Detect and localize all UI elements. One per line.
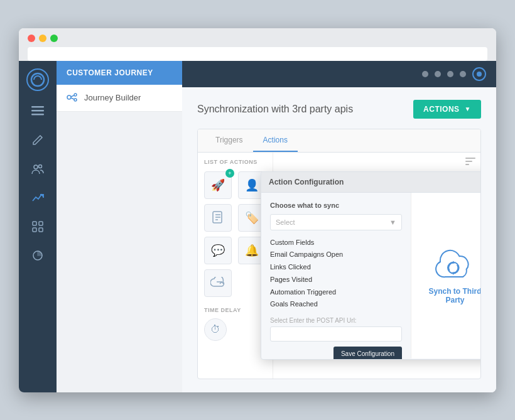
svg-point-13 [74, 99, 77, 101]
app-window: CUSTOMER JOURNEY Journey Builder [19, 61, 496, 392]
action-rocket-icon: 🚀 [211, 178, 225, 192]
sidebar-menu-icon[interactable] [29, 102, 46, 120]
browser-window: CUSTOMER JOURNEY Journey Builder [19, 28, 496, 392]
action-user-icon: 👤 [245, 178, 259, 192]
action-items-grid: 🚀 + 👤 [204, 171, 266, 297]
top-bar-dot-2 [435, 71, 441, 77]
journey-builder-item[interactable]: Journey Builder [57, 85, 182, 112]
action-person-tag-icon: 🏷️ [245, 211, 259, 225]
modal-url-input[interactable] [270, 326, 402, 342]
close-button[interactable] [28, 35, 35, 42]
sync-label: Synch to Third Party [420, 287, 481, 304]
content-area: Synchronization with 3rd party apis ACTI… [182, 87, 496, 392]
svg-rect-17 [465, 161, 472, 162]
action-doc-icon [210, 210, 225, 225]
action-config-modal: Action Configuration ✕ Choose what to sy… [261, 171, 481, 360]
top-bar [182, 61, 496, 87]
panel-tabs: Triggers Actions [198, 129, 480, 153]
sidebar-chart-icon[interactable] [29, 189, 46, 207]
sidebar-pie-icon[interactable] [29, 247, 46, 264]
actions-arrow-icon: ▼ [465, 105, 471, 112]
journey-builder-icon [67, 92, 78, 104]
modal-right-panel: Synch to Third Party [411, 193, 481, 358]
panel: Triggers Actions [197, 129, 481, 379]
sidebar-grid-icon[interactable] [29, 218, 46, 235]
time-delay-section: TIME DELAY ⏱ [204, 307, 266, 341]
actions-tab[interactable]: Actions [253, 129, 298, 152]
svg-rect-7 [39, 222, 43, 225]
sync-option-5[interactable]: Automation Triggered [270, 286, 402, 299]
svg-rect-18 [465, 164, 469, 165]
sidebar-users-icon[interactable] [29, 160, 46, 178]
svg-rect-3 [31, 114, 44, 116]
modal-subtitle: Choose what to sync [270, 202, 402, 209]
top-bar-dot-3 [447, 71, 453, 77]
top-bar-dot-4 [460, 71, 466, 77]
sort-icon[interactable] [465, 158, 475, 168]
action-item-badge-1: + [225, 169, 234, 178]
svg-rect-8 [33, 228, 36, 232]
sidebar-light: CUSTOMER JOURNEY Journey Builder [57, 61, 182, 392]
svg-point-4 [34, 165, 38, 169]
minimize-button[interactable] [39, 35, 46, 42]
modal-left-panel: Choose what to sync Select ▼ Custom Fiel… [261, 193, 411, 358]
modal-save-button[interactable]: Save Configuration [333, 347, 402, 359]
address-bar[interactable] [28, 47, 487, 61]
sidebar-dark [19, 61, 57, 392]
time-delay-clock-icon[interactable]: ⏱ [204, 318, 227, 341]
action-bell-icon: 🔔 [245, 244, 259, 257]
svg-point-5 [39, 164, 42, 168]
panel-body: LIST OF ACTIONS 🚀 + 👤 [198, 153, 480, 379]
svg-point-12 [74, 94, 77, 96]
action-item-3[interactable] [204, 204, 232, 232]
svg-rect-16 [465, 158, 475, 159]
sync-option-3[interactable]: Links Clicked [270, 261, 402, 274]
sidebar-edit-icon[interactable] [29, 131, 46, 149]
modal-title: Action Configuration [269, 178, 344, 186]
svg-line-14 [71, 95, 74, 97]
modal-header: Action Configuration ✕ [261, 172, 481, 193]
customer-journey-header: CUSTOMER JOURNEY [57, 61, 182, 85]
maximize-button[interactable] [50, 35, 58, 42]
top-bar-dot-1 [422, 71, 428, 77]
sync-option-6[interactable]: Goals Reached [270, 298, 402, 311]
time-delay-label: TIME DELAY [204, 307, 266, 313]
action-message-icon: 💬 [211, 244, 225, 257]
modal-select[interactable]: Select ▼ [270, 214, 402, 230]
actions-button[interactable]: ACTIONS ▼ [413, 100, 481, 119]
svg-rect-2 [31, 110, 44, 112]
sync-option-2[interactable]: Email Campaigns Open [270, 249, 402, 261]
svg-rect-1 [31, 106, 44, 108]
action-cloud-icon [210, 277, 225, 289]
main-content: Synchronization with 3rd party apis ACTI… [182, 61, 496, 392]
modal-url-label: Select Enter the POST API Url: [270, 317, 402, 324]
select-chevron-icon: ▼ [389, 218, 396, 226]
content-header: Synchronization with 3rd party apis ACTI… [197, 100, 481, 119]
svg-line-15 [71, 98, 74, 99]
svg-point-11 [67, 95, 71, 99]
sync-options-list: Custom Fields Email Campaigns Open Links… [270, 237, 402, 311]
cloud-sync-icon [435, 247, 475, 287]
action-item-7[interactable] [204, 269, 232, 297]
top-bar-target-icon[interactable] [472, 67, 486, 81]
browser-chrome [19, 28, 496, 61]
actions-list-header: LIST OF ACTIONS [204, 159, 266, 165]
app-logo[interactable] [26, 68, 49, 91]
svg-rect-9 [39, 228, 43, 232]
action-item-5[interactable]: 💬 [204, 237, 232, 264]
traffic-lights [28, 35, 487, 42]
sync-option-4[interactable]: Pages Visited [270, 274, 402, 286]
page-title: Synchronization with 3rd party apis [197, 104, 353, 115]
journey-builder-label: Journey Builder [84, 93, 141, 102]
sync-option-1[interactable]: Custom Fields [270, 237, 402, 249]
modal-body: Choose what to sync Select ▼ Custom Fiel… [261, 193, 481, 358]
svg-rect-6 [33, 222, 36, 225]
triggers-tab[interactable]: Triggers [205, 129, 253, 152]
action-item-1[interactable]: 🚀 + [204, 171, 232, 199]
